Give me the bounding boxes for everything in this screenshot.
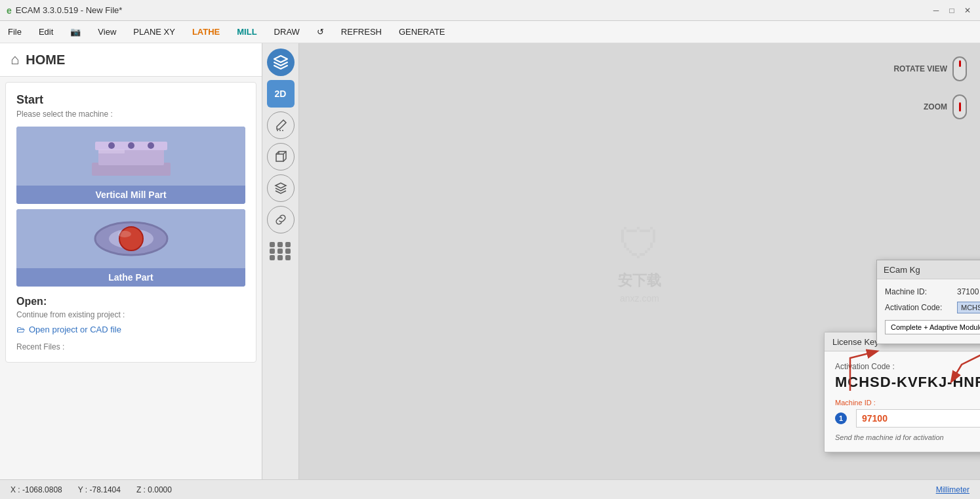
layers-icon xyxy=(274,182,287,195)
menu-generate[interactable]: GENERATE xyxy=(396,26,448,38)
maximize-button[interactable]: □ xyxy=(946,5,958,16)
recent-files-label: Recent Files : xyxy=(16,342,245,351)
units-label[interactable]: Millimeter xyxy=(936,485,970,494)
view-controls: ROTATE VIEW ZOOM xyxy=(893,56,967,119)
cube-button[interactable] xyxy=(267,143,295,170)
toolbar-icons: 2D xyxy=(262,43,299,479)
rotate-mouse-icon xyxy=(952,56,967,81)
open-link-label[interactable]: Open project or CAD file xyxy=(29,325,121,334)
watermark: 🛡 安下载 anxz.com xyxy=(618,220,661,304)
link-icon xyxy=(274,213,287,226)
zoom-label: ZOOM xyxy=(924,102,947,111)
license-machine-id-label: Machine ID : xyxy=(835,399,980,407)
menu-refresh[interactable]: REFRESH xyxy=(338,26,384,38)
license-activation-code: MCHSD-KVFKJ-HNRHD-WIMYS xyxy=(835,374,980,391)
app-title: ECAM 3.3.0.519 - New File* xyxy=(16,5,930,15)
machine-id-label: Machine ID: xyxy=(885,287,957,296)
svg-rect-15 xyxy=(276,154,283,161)
mill-card-image xyxy=(16,127,245,186)
menu-mill[interactable]: MILL xyxy=(234,26,259,38)
status-bar: X : -1068.0808 Y : -78.1404 Z : 0.0000 M… xyxy=(0,479,980,499)
activation-code-row: Activation Code: xyxy=(885,302,980,313)
activation-code-label: Activation Code: xyxy=(885,303,957,312)
menu-refresh-icon[interactable]: ↺ xyxy=(314,26,327,38)
title-bar: e ECAM 3.3.0.519 - New File* ─ □ ✕ xyxy=(0,0,980,21)
license-activation-label: Activation Code : xyxy=(835,362,980,371)
canvas-area: 🛡 安下载 anxz.com ROTATE VIEW ZOOM xyxy=(299,43,980,479)
home-header: ⌂ HOME xyxy=(0,43,262,77)
home-content: Start Please select the machine : xyxy=(5,82,256,363)
main-layout: ⌂ HOME Start Please select the machine : xyxy=(0,43,980,479)
open-section: Open: Continue from existing project : 🗁… xyxy=(16,296,245,351)
pencil-icon xyxy=(274,119,287,132)
2d-view-button[interactable]: 2D xyxy=(267,80,295,108)
zoom-mouse-icon xyxy=(952,94,967,119)
menu-camera-icon[interactable]: 📷 xyxy=(68,26,83,38)
lathe-card[interactable]: Lathe Part xyxy=(16,209,245,287)
license-machine-id-input[interactable] xyxy=(856,409,980,428)
module-select[interactable]: Complete + Adaptive Module xyxy=(885,320,980,334)
menu-file[interactable]: File xyxy=(5,26,24,38)
home-title: HOME xyxy=(26,52,65,68)
2d-label: 2D xyxy=(275,89,287,99)
svg-point-5 xyxy=(148,142,154,149)
home-panel: ⌂ HOME Start Please select the machine : xyxy=(0,43,262,479)
link-button[interactable] xyxy=(267,206,295,233)
app-logo: e xyxy=(7,5,12,16)
activation-code-input[interactable] xyxy=(957,302,980,313)
mill-svg xyxy=(85,130,177,182)
mill-card-label: Vertical Mill Part xyxy=(16,186,245,204)
svg-point-13 xyxy=(118,231,131,237)
svg-point-3 xyxy=(108,142,115,149)
grid-button[interactable] xyxy=(267,237,295,265)
open-project-link[interactable]: 🗁 Open project or CAD file xyxy=(16,325,245,334)
machine-id-value: 37100 xyxy=(957,287,979,296)
svg-point-4 xyxy=(128,142,134,149)
svg-rect-6 xyxy=(98,150,125,153)
start-title: Start xyxy=(16,93,245,107)
ecam-actions: Complete + Adaptive Module Gener 2 xyxy=(885,319,980,336)
minimize-button[interactable]: ─ xyxy=(930,5,942,16)
lathe-svg xyxy=(85,212,177,265)
coord-y: Y : -78.1404 xyxy=(78,485,121,494)
menu-lathe[interactable]: LATHE xyxy=(190,26,222,38)
menu-view[interactable]: View xyxy=(95,26,119,38)
zoom-group: ZOOM xyxy=(924,94,967,119)
menu-draw[interactable]: DRAW xyxy=(272,26,302,38)
license-note: Send the machine id for activation xyxy=(835,433,980,441)
menu-edit[interactable]: Edit xyxy=(36,26,56,38)
step-1-circle: 1 xyxy=(835,412,847,424)
window-controls[interactable]: ─ □ ✕ xyxy=(930,5,973,16)
home-icon: ⌂ xyxy=(10,51,19,68)
menu-planexy[interactable]: PLANE XY xyxy=(131,26,178,38)
coord-z: Z : 0.0000 xyxy=(136,485,172,494)
license-dialog: License Key ✕ Activation Code : MCHSD-KV… xyxy=(824,332,980,452)
menu-bar: File Edit 📷 View PLANE XY LATHE MILL DRA… xyxy=(0,21,980,43)
start-subtitle: Please select the machine : xyxy=(16,110,245,119)
machine-id-row: Machine ID: 37100 xyxy=(885,287,980,296)
watermark-text: 安下载 xyxy=(618,271,661,290)
license-dialog-title: License Key xyxy=(832,337,879,347)
open-subtitle: Continue from existing project : xyxy=(16,310,245,319)
folder-icon: 🗁 xyxy=(16,325,25,334)
ecam-dialog-body: Machine ID: 37100 Activation Code: Compl… xyxy=(877,279,980,344)
ecam-dialog-title: ECam Kg xyxy=(884,265,920,275)
draw-button[interactable] xyxy=(267,111,295,139)
watermark-sub: anxz.com xyxy=(620,293,659,304)
3d-view-button[interactable] xyxy=(267,49,295,76)
lathe-card-image xyxy=(16,209,245,268)
ecam-dialog: ECam Kg ✕ Machine ID: 37100 Activation C… xyxy=(876,260,980,344)
open-title: Open: xyxy=(16,296,245,308)
vertical-mill-card[interactable]: Vertical Mill Part xyxy=(16,127,245,204)
3d-icon xyxy=(273,54,289,70)
close-button[interactable]: ✕ xyxy=(962,5,973,16)
cube-icon xyxy=(274,150,287,163)
rotate-view-group: ROTATE VIEW xyxy=(893,56,967,81)
lathe-card-label: Lathe Part xyxy=(16,268,245,287)
license-dialog-body: Activation Code : MCHSD-KVFKJ-HNRHD-WIMY… xyxy=(825,351,980,452)
coord-x: X : -1068.0808 xyxy=(10,485,62,494)
license-machine-id-row: 1 4 OK xyxy=(835,409,980,428)
rotate-view-label: ROTATE VIEW xyxy=(893,64,947,73)
layers-button[interactable] xyxy=(267,174,295,202)
ecam-dialog-header: ECam Kg ✕ xyxy=(877,260,980,279)
